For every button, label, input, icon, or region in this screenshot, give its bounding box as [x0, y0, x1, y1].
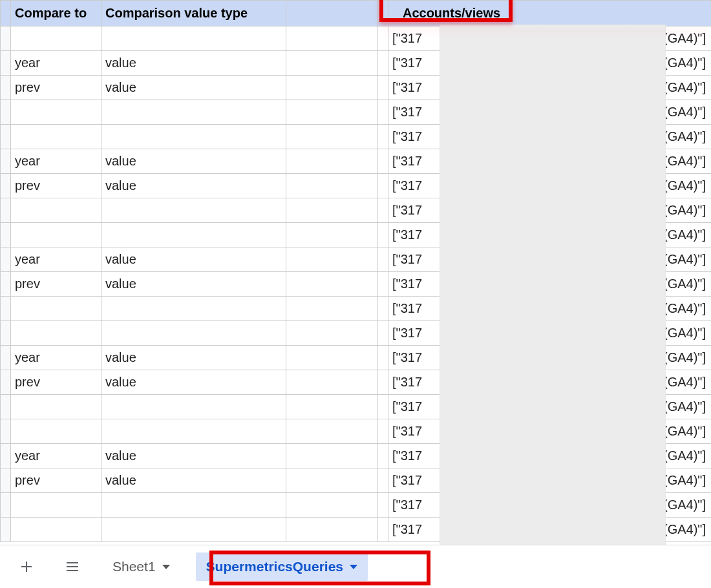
cell-comparison-value-type[interactable]: value [101, 247, 286, 272]
cell-compare-to[interactable] [11, 321, 101, 346]
cell-comparison-value-type[interactable] [101, 321, 286, 346]
cell-compare-to[interactable] [11, 26, 101, 51]
cell-blank[interactable] [286, 419, 378, 444]
accounts-suffix: (GA4)"] [663, 56, 707, 70]
cell-comparison-value-type[interactable]: value [101, 370, 286, 395]
cell-blank[interactable] [286, 149, 378, 174]
cell-comparison-value-type[interactable]: value [101, 174, 286, 198]
tab-sheet1[interactable]: Sheet1 [105, 554, 178, 580]
cell-comparison-value-type[interactable] [101, 125, 286, 149]
all-sheets-button[interactable] [58, 555, 87, 578]
cell-blank[interactable] [286, 395, 378, 419]
col-comparison-value-type[interactable]: Comparison value type [101, 1, 286, 26]
cell-compare-to[interactable]: year [11, 346, 101, 370]
cell-blank[interactable] [378, 26, 388, 51]
col-compare-to[interactable]: Compare to [11, 1, 101, 26]
cell-blank[interactable] [286, 444, 378, 468]
accounts-suffix: (GA4)"] [663, 424, 707, 439]
cell-compare-to[interactable] [11, 223, 101, 247]
cell-blank[interactable] [378, 125, 388, 149]
cell-compare-to[interactable] [11, 100, 101, 125]
cell-blank[interactable] [378, 247, 388, 272]
cell-blank[interactable] [378, 198, 388, 223]
cell-compare-to[interactable] [11, 125, 101, 149]
cell-compare-to[interactable] [11, 395, 101, 419]
cell-comparison-value-type[interactable]: value [101, 51, 286, 76]
cell-blank[interactable] [286, 76, 378, 100]
cell-compare-to[interactable]: year [11, 149, 101, 174]
cell-compare-to[interactable]: prev [11, 174, 101, 198]
cell-comparison-value-type[interactable] [101, 26, 286, 51]
cell-blank[interactable] [286, 100, 378, 125]
cell-blank[interactable] [286, 51, 378, 76]
accounts-suffix: (GA4)"] [663, 277, 707, 291]
cell-compare-to[interactable] [11, 419, 101, 444]
cell-blank[interactable] [378, 395, 388, 419]
cell-blank[interactable] [378, 518, 388, 542]
cell-compare-to[interactable]: year [11, 51, 101, 76]
cell-blank[interactable] [286, 272, 378, 297]
cell-blank[interactable] [378, 297, 388, 321]
cell-comparison-value-type[interactable]: value [101, 149, 286, 174]
header-blank-1[interactable] [286, 1, 378, 26]
cell-comparison-value-type[interactable] [101, 518, 286, 542]
cell-blank[interactable] [378, 321, 388, 346]
cell-compare-to[interactable]: prev [11, 272, 101, 297]
cell-comparison-value-type[interactable]: value [101, 444, 286, 468]
cell-blank[interactable] [286, 321, 378, 346]
cell-comparison-value-type[interactable] [101, 100, 286, 125]
cell-blank[interactable] [378, 223, 388, 247]
cell-blank[interactable] [378, 272, 388, 297]
cell-compare-to[interactable]: year [11, 247, 101, 272]
cell-blank[interactable] [378, 370, 388, 395]
cell-blank[interactable] [378, 419, 388, 444]
cell-blank[interactable] [286, 493, 378, 518]
cell-blank[interactable] [286, 346, 378, 370]
cell-blank[interactable] [378, 493, 388, 518]
cell-blank[interactable] [378, 346, 388, 370]
cell-blank[interactable] [286, 125, 378, 149]
cell-blank[interactable] [286, 468, 378, 493]
row-stub [1, 125, 11, 149]
tab-supermetrics-queries[interactable]: SupermetricsQueries [196, 552, 368, 581]
cell-compare-to[interactable]: prev [11, 468, 101, 493]
cell-blank[interactable] [286, 174, 378, 198]
cell-blank[interactable] [378, 174, 388, 198]
cell-compare-to[interactable]: year [11, 444, 101, 468]
cell-compare-to[interactable] [11, 297, 101, 321]
accounts-suffix: (GA4)"] [663, 448, 707, 463]
cell-comparison-value-type[interactable]: value [101, 272, 286, 297]
row-stub [1, 174, 11, 198]
cell-compare-to[interactable] [11, 198, 101, 223]
cell-comparison-value-type[interactable] [101, 223, 286, 247]
cell-compare-to[interactable]: prev [11, 76, 101, 100]
cell-compare-to[interactable] [11, 493, 101, 518]
cell-compare-to[interactable]: prev [11, 370, 101, 395]
cell-compare-to[interactable] [11, 518, 101, 542]
cell-blank[interactable] [378, 468, 388, 493]
cell-blank[interactable] [378, 76, 388, 100]
header-blank-2[interactable] [378, 1, 388, 26]
cell-blank[interactable] [286, 370, 378, 395]
cell-blank[interactable] [378, 100, 388, 125]
cell-comparison-value-type[interactable] [101, 493, 286, 518]
add-sheet-button[interactable] [13, 556, 40, 578]
cell-comparison-value-type[interactable] [101, 297, 286, 321]
cell-comparison-value-type[interactable]: value [101, 76, 286, 100]
col-accounts-views[interactable]: Accounts/views [388, 1, 712, 26]
cell-blank[interactable] [378, 149, 388, 174]
cell-blank[interactable] [286, 26, 378, 51]
cell-comparison-value-type[interactable]: value [101, 468, 286, 493]
cell-comparison-value-type[interactable]: value [101, 346, 286, 370]
cell-blank[interactable] [286, 198, 378, 223]
cell-comparison-value-type[interactable] [101, 198, 286, 223]
cell-blank[interactable] [286, 297, 378, 321]
cell-blank[interactable] [286, 247, 378, 272]
cell-comparison-value-type[interactable] [101, 419, 286, 444]
accounts-suffix: (GA4)"] [663, 80, 707, 95]
cell-blank[interactable] [378, 51, 388, 76]
cell-blank[interactable] [286, 518, 378, 542]
cell-blank[interactable] [286, 223, 378, 247]
cell-blank[interactable] [378, 444, 388, 468]
cell-comparison-value-type[interactable] [101, 395, 286, 419]
